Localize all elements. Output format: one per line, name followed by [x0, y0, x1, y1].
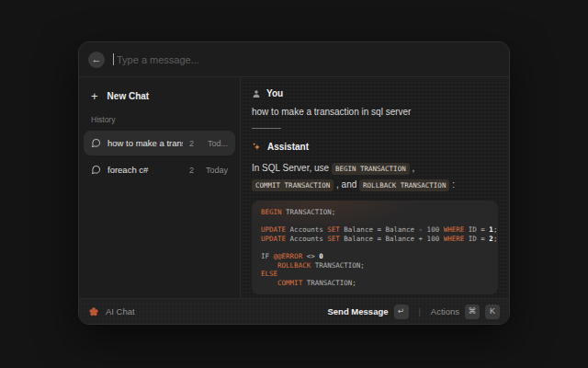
sidebar: + New Chat History how to make a transa.…: [79, 77, 241, 298]
status-bar-divider: |: [419, 307, 421, 316]
inline-code-chip: BEGIN TRANSACTION: [332, 163, 410, 175]
window-body: + New Chat History how to make a transa.…: [79, 77, 509, 298]
app-logo-icon: [88, 306, 99, 317]
message-input[interactable]: Type a message...: [113, 42, 500, 76]
assistant-name: Assistant: [267, 142, 309, 152]
status-bar: AI Chat Send Message ↵ | Actions ⌘ K: [79, 298, 509, 324]
history-item-label: foreach c#: [107, 165, 183, 175]
status-bar-actions: Send Message ↵ | Actions ⌘ K: [328, 305, 501, 319]
k-key-badge: K: [485, 305, 500, 319]
assistant-paragraph: In SQL Server, use BEGIN TRANSACTION , C…: [252, 160, 498, 192]
conversation-panel: You how to make a transaction in sql ser…: [241, 77, 509, 298]
code-line: [261, 217, 489, 226]
history-item-count: 2: [189, 166, 194, 175]
history-item-date: Today: [200, 166, 228, 175]
code-line: IF @@ERROR <> 0: [261, 252, 489, 261]
message-input-placeholder: Type a message...: [117, 54, 199, 65]
code-line: ELSE: [261, 270, 489, 279]
code-line: BEGIN TRANSACTION;: [261, 208, 489, 217]
actions-button[interactable]: Actions: [431, 306, 459, 316]
message-divider: [252, 128, 281, 129]
user-message-header: You: [252, 88, 498, 98]
code-line: ROLLBACK TRANSACTION;: [261, 261, 489, 270]
back-arrow-icon: ←: [92, 54, 102, 64]
code-line: COMMIT TRANSACTION;: [261, 279, 489, 288]
code-line: [261, 243, 489, 252]
history-item-date: Tod...: [200, 139, 228, 148]
message-input-bar: ← Type a message...: [79, 42, 509, 77]
sparkles-icon: [252, 142, 262, 152]
send-message-button[interactable]: Send Message: [328, 306, 389, 316]
inline-code-chip: COMMIT TRANSACTION: [252, 179, 334, 191]
enter-key-badge: ↵: [394, 305, 409, 319]
code-line: UPDATE Accounts SET Balance = Balance + …: [261, 235, 489, 244]
new-chat-label: New Chat: [107, 91, 150, 101]
history-item-foreach[interactable]: foreach c# 2 Today: [84, 157, 235, 182]
app-name: AI Chat: [106, 306, 135, 316]
code-line: UPDATE Accounts SET Balance = Balance - …: [261, 225, 489, 235]
history-item-sql-transaction[interactable]: how to make a transa... 2 Tod...: [84, 131, 235, 155]
user-avatar-icon: [252, 89, 261, 98]
plus-icon: +: [91, 90, 98, 102]
history-item-count: 2: [189, 139, 194, 148]
history-section-label: History: [84, 104, 235, 131]
assistant-message-header: Assistant: [252, 142, 498, 152]
desktop-background: ← Type a message... + New Chat History: [0, 0, 588, 368]
chat-bubble-icon: [91, 138, 101, 148]
user-name: You: [266, 88, 283, 98]
history-item-label: how to make a transa...: [107, 138, 183, 148]
user-message-text: how to make a transaction in sql server: [252, 107, 498, 117]
text-caret: [113, 53, 114, 65]
sql-code-block: BEGIN TRANSACTION; UPDATE Accounts SET B…: [252, 201, 498, 294]
new-chat-button[interactable]: + New Chat: [84, 86, 235, 104]
ai-chat-window: ← Type a message... + New Chat History: [78, 41, 510, 325]
command-key-badge: ⌘: [465, 305, 480, 319]
inline-code-chip: ROLLBACK TRANSACTION: [359, 179, 449, 191]
chat-bubble-icon: [91, 165, 101, 175]
back-button[interactable]: ←: [88, 52, 105, 68]
